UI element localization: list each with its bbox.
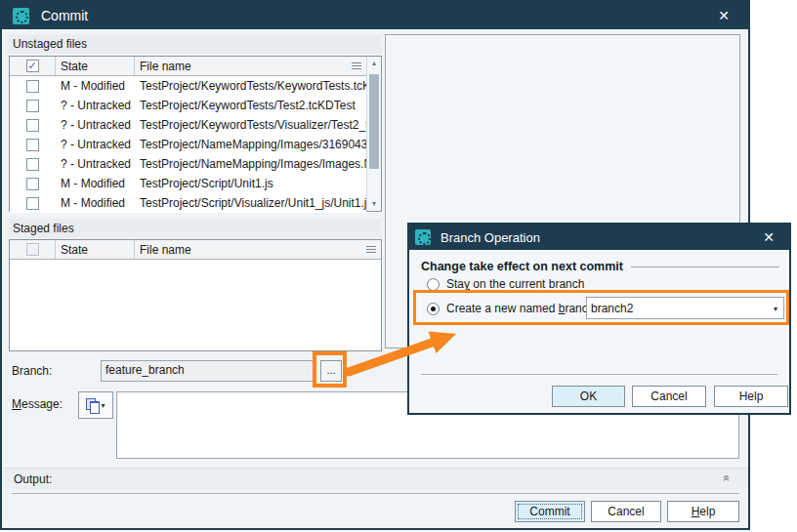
filename-column-header[interactable]: File name	[135, 57, 366, 75]
ok-button[interactable]: OK	[552, 386, 625, 407]
collapse-output-icon[interactable]: »	[723, 471, 736, 487]
dialog-separator	[421, 374, 777, 375]
row-checkbox[interactable]	[26, 139, 39, 151]
table-row[interactable]: ? - Untracked TestProject/KeywordTests/T…	[10, 96, 366, 115]
unstaged-table-header: ✓ State File name	[10, 57, 381, 76]
staged-table-header: State File name	[10, 240, 381, 260]
unstaged-files-header: Unstaged files	[8, 34, 382, 54]
select-all-checkbox-disabled	[26, 243, 39, 256]
scrollbar-thumb[interactable]	[369, 74, 379, 169]
output-bar[interactable]: Output: »	[4, 468, 748, 489]
vertical-scrollbar[interactable]: ▴ ▾	[366, 57, 381, 211]
cancel-button[interactable]: Cancel	[591, 501, 661, 522]
create-branch-option[interactable]: Create a new named branch	[427, 302, 594, 315]
table-row[interactable]: ? - Untracked TestProject/KeywordTests/V…	[10, 115, 366, 135]
message-label: Message:	[12, 397, 63, 411]
dialog-cancel-button[interactable]: Cancel	[632, 386, 706, 407]
table-row[interactable]: M - Modified TestProject/Script/Visualiz…	[10, 193, 366, 213]
new-branch-name-combobox[interactable]: branch2 ▾	[586, 297, 784, 319]
stay-on-branch-option[interactable]: Stay on the current branch	[427, 277, 584, 291]
window-title: Commit	[41, 8, 88, 23]
dialog-help-button[interactable]: Help	[714, 386, 788, 407]
table-row[interactable]: M - Modified TestProject/Script/Unit1.js	[10, 174, 366, 193]
scroll-up-icon[interactable]: ▴	[367, 57, 381, 70]
table-row[interactable]: ? - Untracked TestProject/NameMapping/Im…	[10, 135, 366, 154]
dialog-titlebar: Branch Operation ✕	[409, 225, 789, 250]
row-checkbox[interactable]	[26, 158, 39, 171]
table-row[interactable]: M - Modified TestProject/KeywordTests/Ke…	[10, 76, 366, 96]
testcomplete-logo-icon	[415, 229, 431, 245]
sort-icon[interactable]	[352, 62, 361, 70]
table-row[interactable]: ? - Untracked TestProject/NameMapping/Im…	[10, 154, 366, 174]
branch-browse-button[interactable]: ...	[320, 360, 342, 382]
row-checkbox[interactable]	[26, 197, 39, 210]
row-checkbox[interactable]	[26, 100, 39, 112]
output-label: Output:	[14, 472, 52, 486]
branch-label: Branch:	[12, 364, 52, 378]
row-checkbox[interactable]	[26, 178, 39, 190]
chevron-down-icon: ▾	[774, 305, 777, 313]
row-checkbox[interactable]	[26, 119, 39, 132]
filename-column-header[interactable]: File name	[135, 240, 381, 259]
create-branch-label: Create a new named branch	[446, 302, 594, 315]
commit-button[interactable]: Commit	[515, 501, 585, 522]
staged-files-label: Staged files	[13, 222, 74, 235]
select-all-cell	[10, 240, 56, 259]
group-line	[631, 266, 779, 267]
sort-icon[interactable]	[366, 246, 376, 254]
testcomplete-logo-icon	[13, 8, 29, 24]
help-button[interactable]: Help	[667, 501, 739, 522]
scroll-down-icon[interactable]: ▾	[367, 197, 381, 211]
commit-titlebar: Commit ✕	[2, 2, 748, 29]
staged-files-header: Staged files	[8, 219, 382, 238]
unstaged-rows: M - Modified TestProject/KeywordTests/Ke…	[10, 76, 381, 213]
unstaged-files-table: ✓ State File name M - Modified TestProje…	[9, 56, 382, 212]
state-column-header[interactable]: State	[56, 57, 135, 75]
branch-field: feature_branch	[101, 360, 316, 382]
select-all-cell: ✓	[10, 57, 56, 75]
state-column-header[interactable]: State	[56, 240, 135, 259]
paste-icon	[86, 398, 99, 412]
staged-files-table: State File name	[9, 239, 382, 351]
branch-operation-dialog: Branch Operation ✕ Change take effect on…	[407, 223, 791, 415]
stay-on-branch-label: Stay on the current branch	[446, 277, 584, 291]
row-checkbox[interactable]	[26, 80, 39, 93]
unstaged-files-label: Unstaged files	[13, 37, 87, 51]
paste-message-button[interactable]: ▾	[78, 391, 113, 419]
close-icon[interactable]: ✕	[713, 6, 734, 25]
radio-checked-icon[interactable]	[427, 303, 440, 315]
radio-unchecked-icon[interactable]	[427, 278, 440, 291]
branch-name-value: branch2	[591, 302, 633, 315]
select-all-checkbox[interactable]: ✓	[26, 60, 39, 72]
group-title: Change take effect on next commit	[421, 260, 623, 273]
chevron-down-icon: ▾	[101, 401, 105, 410]
dialog-title: Branch Operation	[440, 230, 540, 245]
group-box-header: Change take effect on next commit	[421, 260, 779, 273]
close-icon[interactable]: ✕	[758, 227, 779, 247]
footer-separator	[12, 493, 739, 494]
